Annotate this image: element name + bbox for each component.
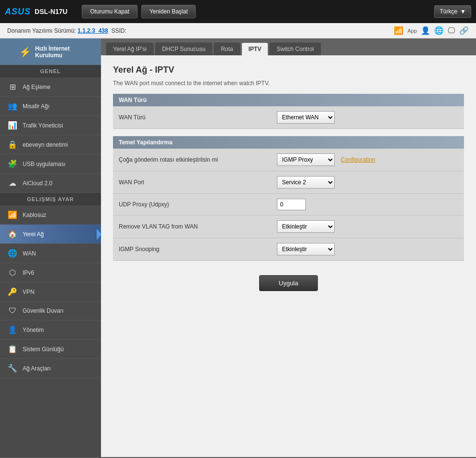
sidebar-item-label: Yönetim (23, 327, 44, 333)
vpn-icon: 🔑 (7, 287, 18, 296)
sidebar-item-label: ebeveyn denetimi (23, 141, 68, 148)
header: ASUS DSL-N17U Oturumu Kapat Yeniden Başl… (0, 0, 476, 23)
usb-icon: 🧩 (7, 159, 18, 168)
guest-network-icon: 👥 (7, 102, 18, 111)
sidebar-section-advanced: Gelişmiş Ayar (0, 193, 101, 205)
tab-switch-control[interactable]: Switch Control (269, 42, 321, 55)
logout-button[interactable]: Oturumu Kapat (82, 5, 137, 18)
traffic-icon: 📊 (7, 121, 18, 130)
igmp-snooping-label: IGMP Snooping (113, 238, 271, 261)
page-description: The WAN port must connect to the interne… (113, 80, 464, 87)
main-layout: ⚡ Hızlı İnternet Kurulumu Genel ⊞ Ağ Eşl… (0, 38, 476, 457)
udp-proxy-row: UDP Proxy (Udpxy) (113, 194, 464, 216)
screen-icon[interactable]: 🖵 (448, 26, 455, 35)
reboot-button[interactable]: Yeniden Başlat (141, 5, 196, 18)
firewall-icon: 🛡 (7, 306, 18, 315)
basic-config-table: Çoğa gönderim rotası etkinleştirilsin mi… (113, 149, 464, 261)
language-selector[interactable]: Türkçe ▼ (434, 5, 471, 18)
header-icons: 📶 App 👤 🌐 🖵 🔗 (394, 26, 469, 35)
basic-section-header: Temel Yapılandırma (113, 136, 464, 149)
ipv6-icon: ⬡ (7, 268, 18, 277)
tab-route[interactable]: Rota (213, 42, 240, 55)
share-icon[interactable]: 🔗 (459, 26, 469, 35)
sidebar-item-quick-setup[interactable]: ⚡ Hızlı İnternet Kurulumu (0, 38, 101, 65)
sidebar-item-firewall[interactable]: 🛡 Güvenlik Duvarı (0, 302, 101, 320)
multicast-row: Çoğa gönderim rotası etkinleştirilsin mi… (113, 149, 464, 171)
sidebar-item-aicloud[interactable]: ☁ AiCloud 2.0 (0, 174, 101, 193)
wan-type-table: WAN Türü Ethernet WAN (113, 106, 464, 129)
configuration-link[interactable]: Configuration (341, 156, 375, 163)
sidebar-item-guest-network[interactable]: 👥 Misafir Ağı (0, 97, 101, 116)
sidebar-item-lan[interactable]: 🏠 Yerel Ağ (0, 225, 101, 244)
quick-setup-label: Hızlı İnternet Kurulumu (35, 45, 96, 59)
udp-proxy-input[interactable] (277, 199, 306, 210)
tab-label: Rota (221, 46, 233, 52)
sidebar-item-label: AiCloud 2.0 (23, 180, 52, 187)
remove-vlan-row: Remove VLAN TAG from WAN Etkinleştir (113, 216, 464, 238)
firmware-version-link[interactable]: 1.1.2.3_438 (77, 27, 108, 34)
sidebar-item-traffic-manager[interactable]: 📊 Trafik Yöneticisi (0, 116, 101, 135)
igmp-snooping-row: IGMP Snooping Etkinleştir (113, 238, 464, 261)
sidebar-item-label: Misafir Ağı (23, 103, 50, 110)
tab-label: Switch Control (276, 46, 313, 52)
asus-logo: ASUS (5, 7, 31, 17)
sidebar-item-syslog[interactable]: 📋 Sistem Günlüğü (0, 340, 101, 359)
tabs-bar: Yerel Ağ IP'si DHCP Sunucusu Rota IPTV S… (101, 38, 476, 55)
wan-port-select[interactable]: Service 2 (277, 176, 335, 189)
wan-type-select[interactable]: Ethernet WAN (277, 111, 335, 124)
udp-proxy-label: UDP Proxy (Udpxy) (113, 194, 271, 216)
sidebar-item-label: Ağ Araçları (23, 365, 51, 372)
sidebar-item-label: Ağ Eşleme (23, 84, 50, 90)
sidebar-item-label: Güvenlik Duvarı (23, 307, 63, 314)
model-name: DSL-N17U (35, 8, 67, 15)
multicast-select[interactable]: IGMP Proxy (277, 153, 335, 166)
app-label: App (407, 28, 417, 34)
sidebar: ⚡ Hızlı İnternet Kurulumu Genel ⊞ Ağ Eşl… (0, 38, 101, 457)
sidebar-item-wan[interactable]: 🌐 WAN (0, 244, 101, 263)
tab-iptv[interactable]: IPTV (241, 42, 269, 55)
content-area: Yerel Ağ IP'si DHCP Sunucusu Rota IPTV S… (101, 38, 476, 457)
tab-label: IPTV (249, 46, 262, 52)
sidebar-item-label: IPv6 (23, 269, 34, 276)
sidebar-item-label: VPN (23, 289, 35, 295)
wan-type-row: WAN Türü Ethernet WAN (113, 106, 464, 129)
wan-type-label: WAN Türü (113, 106, 271, 129)
chevron-down-icon: ▼ (460, 8, 466, 15)
logo-area: ASUS DSL-N17U (5, 7, 67, 17)
page-content: Yerel Ağ - IPTV The WAN port must connec… (101, 55, 476, 457)
wan-port-label: WAN Port (113, 171, 271, 194)
sidebar-item-network-tools[interactable]: 🔧 Ağ Araçları (0, 359, 101, 378)
sidebar-item-parental[interactable]: 🔒 ebeveyn denetimi (0, 135, 101, 154)
wifi-icon: 📶 (394, 26, 403, 35)
syslog-icon: 📋 (7, 344, 18, 354)
sidebar-item-usb-app[interactable]: 🧩 USB uygulaması (0, 154, 101, 174)
language-label: Türkçe (439, 8, 457, 15)
sidebar-item-ipv6[interactable]: ⬡ IPv6 (0, 263, 101, 282)
network-map-icon: ⊞ (7, 82, 18, 91)
person-icon[interactable]: 👤 (421, 26, 430, 35)
wan-icon: 🌐 (7, 249, 18, 258)
sidebar-item-label: Yerel Ağ (23, 231, 44, 238)
apply-button-container: Uygula (113, 268, 464, 298)
wan-port-row: WAN Port Service 2 (113, 171, 464, 194)
remove-vlan-select[interactable]: Etkinleştir (277, 220, 335, 233)
parental-icon: 🔒 (7, 140, 18, 149)
sidebar-item-label: USB uygulaması (23, 161, 65, 167)
network-tools-icon: 🔧 (7, 364, 18, 373)
ssid-label: SSID: (111, 27, 126, 34)
sidebar-item-admin[interactable]: 👤 Yönetim (0, 320, 101, 340)
aicloud-icon: ☁ (7, 178, 18, 188)
sidebar-item-wireless[interactable]: 📶 Kablosuz (0, 205, 101, 225)
header-buttons: Oturumu Kapat Yeniden Başlat (82, 5, 196, 18)
lan-icon: 🏠 (7, 229, 18, 239)
sidebar-item-vpn[interactable]: 🔑 VPN (0, 282, 101, 302)
sidebar-section-general: Genel (0, 65, 101, 77)
tab-local-ip[interactable]: Yerel Ağ IP'si (106, 42, 154, 55)
igmp-snooping-select[interactable]: Etkinleştir (277, 243, 335, 255)
apply-button[interactable]: Uygula (259, 275, 318, 291)
sidebar-item-label: Kablosuz (23, 212, 46, 218)
globe-icon[interactable]: 🌐 (434, 26, 444, 35)
sidebar-item-network-map[interactable]: ⊞ Ağ Eşleme (0, 77, 101, 97)
tab-dhcp[interactable]: DHCP Sunucusu (155, 42, 213, 55)
tab-label: Yerel Ağ IP'si (113, 46, 147, 52)
